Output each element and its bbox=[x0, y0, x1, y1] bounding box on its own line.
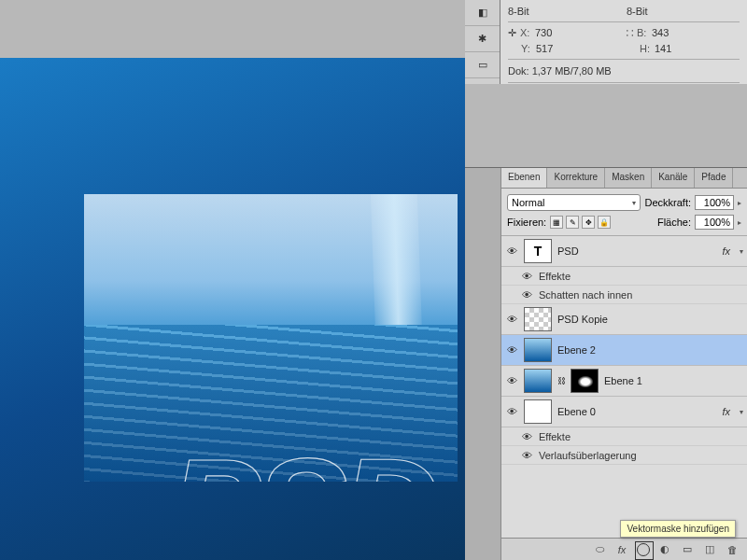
layer-label: PSD Kopie bbox=[557, 314, 743, 325]
panel-gap bbox=[465, 84, 747, 168]
document-image[interactable]: PSD bbox=[84, 194, 458, 482]
inner-shadow-row[interactable]: 👁 Schatten nach innen bbox=[501, 286, 747, 304]
lock-transparency-icon[interactable]: ▦ bbox=[550, 216, 563, 229]
new-layer-icon[interactable]: ◫ bbox=[702, 542, 717, 557]
visibility-icon[interactable]: 👁 bbox=[505, 406, 518, 417]
opacity-input[interactable]: 100% bbox=[695, 195, 734, 210]
chevron-down-icon: ▾ bbox=[632, 199, 636, 207]
tab-layers[interactable]: Ebenen bbox=[501, 168, 547, 188]
lock-all-icon[interactable]: 🔒 bbox=[598, 216, 611, 229]
lock-position-icon[interactable]: ✥ bbox=[582, 216, 595, 229]
lock-label: Fixieren: bbox=[507, 217, 546, 228]
layer-thumb[interactable] bbox=[524, 399, 552, 424]
trash-icon[interactable]: 🗑 bbox=[725, 542, 740, 557]
x-label: X: bbox=[520, 27, 531, 39]
tool-icon-1[interactable]: ◧ bbox=[465, 0, 500, 26]
fx-toggle-icon[interactable]: ▾ bbox=[740, 247, 743, 256]
visibility-icon[interactable]: 👁 bbox=[520, 271, 533, 282]
tab-channels[interactable]: Kanäle bbox=[652, 168, 695, 188]
fx-indicator[interactable]: fx bbox=[722, 406, 734, 417]
y-label: Y: bbox=[521, 43, 532, 54]
layer-label: Ebene 0 bbox=[557, 406, 716, 417]
group-icon[interactable]: ▭ bbox=[680, 542, 695, 557]
effects-label: Effekte bbox=[539, 271, 571, 282]
tool-icon-compass[interactable]: ✱ bbox=[465, 26, 500, 52]
gradient-overlay-row[interactable]: 👁 Verlaufsüberlagerung bbox=[501, 446, 747, 465]
tab-adjustments[interactable]: Korrekture bbox=[547, 168, 605, 188]
b-label: B: bbox=[637, 27, 648, 39]
effects-label: Effekte bbox=[539, 431, 571, 442]
fx-icon[interactable]: fx bbox=[614, 542, 629, 557]
bit-depth-2: 8-Bit bbox=[627, 6, 648, 17]
effects-row-2[interactable]: 👁 Effekte bbox=[501, 427, 747, 446]
canvas-document-bg: PSD bbox=[0, 58, 465, 560]
layer-psd[interactable]: 👁 T PSD fx ▾ bbox=[501, 236, 747, 267]
layer-psd-copy[interactable]: 👁 PSD Kopie bbox=[501, 304, 747, 335]
add-mask-icon[interactable] bbox=[637, 543, 650, 556]
layer-thumb[interactable] bbox=[524, 369, 552, 393]
layer-label: Ebene 1 bbox=[604, 375, 743, 386]
tab-masks[interactable]: Masken bbox=[605, 168, 652, 188]
tool-icon-image[interactable]: ▭ bbox=[465, 52, 500, 78]
gradient-label: Verlaufsüberlagerung bbox=[539, 450, 637, 461]
crosshair-icon: ✛ bbox=[508, 27, 516, 39]
h-value: 141 bbox=[655, 43, 671, 54]
fx-indicator[interactable]: fx bbox=[722, 245, 734, 257]
layer-thumb[interactable] bbox=[524, 338, 552, 362]
y-value: 517 bbox=[536, 43, 553, 54]
tab-paths[interactable]: Pfade bbox=[695, 168, 733, 188]
blend-mode-value: Normal bbox=[512, 197, 544, 208]
layers-panel: Ebenen Korrekture Masken Kanäle Pfade No… bbox=[500, 168, 747, 560]
panel-tabs: Ebenen Korrekture Masken Kanäle Pfade bbox=[501, 168, 747, 189]
layer-label: Ebene 2 bbox=[557, 344, 743, 356]
doc-size: Dok: 1,37 MB/7,80 MB bbox=[508, 63, 740, 79]
tool-options-strip: ◧ ✱ ▭ bbox=[465, 0, 500, 84]
layer-list: 👁 T PSD fx ▾ 👁 Effekte 👁 Schatten nach i… bbox=[501, 236, 747, 538]
lock-pixels-icon[interactable]: ✎ bbox=[566, 216, 579, 229]
link-icon[interactable]: ⛓ bbox=[557, 376, 565, 385]
blend-mode-select[interactable]: Normal ▾ bbox=[507, 194, 641, 211]
effects-row[interactable]: 👁 Effekte bbox=[501, 267, 747, 286]
canvas-background: PSD bbox=[0, 0, 465, 560]
layer-thumb[interactable] bbox=[524, 307, 552, 331]
adjustment-layer-icon[interactable]: ◐ bbox=[657, 542, 672, 557]
dimension-icon: ⸬ bbox=[627, 27, 633, 39]
fill-label: Fläche: bbox=[657, 217, 691, 228]
bit-depth-1: 8-Bit bbox=[508, 6, 529, 17]
visibility-icon[interactable]: 👁 bbox=[520, 289, 533, 301]
fx-toggle-icon[interactable]: ▾ bbox=[740, 408, 743, 416]
text-layer-thumb[interactable]: T bbox=[524, 239, 552, 263]
visibility-icon[interactable]: 👁 bbox=[505, 245, 518, 257]
x-value: 730 bbox=[535, 27, 552, 39]
visibility-icon[interactable]: 👁 bbox=[505, 314, 518, 325]
layer-controls: Normal ▾ Deckkraft: 100% ▸ Fixieren: ▦ ✎… bbox=[501, 189, 747, 236]
visibility-icon[interactable]: 👁 bbox=[505, 344, 518, 356]
b-value: 343 bbox=[652, 27, 669, 39]
h-label: H: bbox=[640, 43, 651, 54]
psd-text-selection[interactable]: PSD bbox=[168, 427, 458, 482]
layer-ebene-1[interactable]: 👁 ⛓ Ebene 1 bbox=[501, 366, 747, 397]
layer-ebene-2[interactable]: 👁 Ebene 2 bbox=[501, 335, 747, 366]
visibility-icon[interactable]: 👁 bbox=[505, 375, 518, 386]
fill-stepper-icon[interactable]: ▸ bbox=[738, 218, 741, 227]
opacity-label: Deckkraft: bbox=[644, 197, 691, 208]
opacity-stepper-icon[interactable]: ▸ bbox=[738, 199, 741, 207]
layer-ebene-0[interactable]: 👁 Ebene 0 fx ▾ bbox=[501, 397, 747, 427]
fill-input[interactable]: 100% bbox=[695, 215, 734, 230]
link-layers-icon[interactable]: ⬭ bbox=[592, 542, 607, 557]
layer-label: PSD bbox=[557, 245, 716, 257]
visibility-icon[interactable]: 👁 bbox=[520, 431, 533, 442]
inner-shadow-label: Schatten nach innen bbox=[539, 289, 632, 301]
mask-thumb[interactable] bbox=[571, 369, 599, 393]
layers-footer: ⬭ fx ◐ ▭ ◫ 🗑 bbox=[501, 538, 747, 560]
visibility-icon[interactable]: 👁 bbox=[520, 450, 533, 461]
tooltip: Vektormaske hinzufügen bbox=[620, 520, 736, 538]
